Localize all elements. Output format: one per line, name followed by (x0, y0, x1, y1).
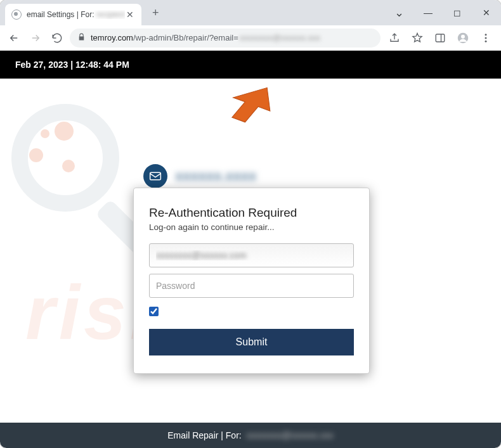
forward-button[interactable] (27, 29, 44, 47)
mail-icon (143, 164, 167, 188)
pointer-arrow-icon (230, 82, 275, 129)
svg-point-5 (485, 40, 487, 42)
window-controls: ⌄ ― ◻ ✕ (384, 0, 501, 25)
address-bar[interactable]: temroy.com/wp-admin/Bb/repair/?email=xxx… (70, 29, 381, 48)
chevron-down-icon[interactable]: ⌄ (384, 6, 413, 20)
svg-point-3 (485, 34, 487, 35)
close-window-button[interactable]: ✕ (472, 8, 501, 18)
tab-title: email Settings | For: recipient (27, 10, 125, 19)
new-tab-button[interactable]: + (146, 4, 164, 22)
svg-rect-0 (436, 34, 445, 42)
card-title: Re-Authentication Required (149, 206, 354, 220)
reload-button[interactable] (48, 29, 66, 47)
remember-checkbox[interactable] (149, 307, 159, 316)
kebab-menu-icon[interactable] (476, 29, 496, 47)
svg-point-2 (461, 34, 465, 38)
back-button[interactable] (5, 29, 23, 47)
svg-rect-6 (150, 172, 161, 180)
side-panel-icon[interactable] (430, 29, 450, 47)
titlebar: email Settings | For: recipient ✕ + ⌄ ― … (0, 0, 501, 25)
password-field[interactable] (149, 274, 354, 298)
browser-chrome: email Settings | For: recipient ✕ + ⌄ ― … (0, 0, 501, 51)
profile-avatar-icon[interactable] (453, 29, 473, 47)
share-icon[interactable] (384, 29, 405, 47)
close-icon[interactable]: ✕ (125, 10, 135, 20)
email-field[interactable] (149, 243, 354, 267)
url-text: temroy.com/wp-admin/Bb/repair/?email=xxx… (91, 33, 320, 42)
svg-point-4 (485, 37, 487, 39)
account-header: xxxxxx.xxxx (143, 164, 256, 188)
auth-card: Re-Authentication Required Log-on again … (133, 188, 370, 374)
globe-icon (11, 10, 22, 20)
maximize-button[interactable]: ◻ (443, 8, 472, 18)
card-subtitle: Log-on again to continue repair... (149, 222, 354, 232)
page-footer: Email Repair | For: xxxxxxxx@xxxxxx.xxx (0, 423, 501, 448)
date-time-bar: Feb 27, 2023 | 12:48: 44 PM (0, 51, 501, 79)
browser-tab[interactable]: email Settings | For: recipient ✕ (5, 4, 141, 25)
account-email-text: xxxxxx.xxxx (175, 168, 256, 184)
page-content: Feb 27, 2023 | 12:48: 44 PM risk.com xxx… (0, 51, 501, 448)
bookmark-star-icon[interactable] (407, 29, 427, 47)
lock-icon (77, 32, 86, 44)
submit-button[interactable]: Submit (149, 329, 354, 355)
minimize-button[interactable]: ― (413, 8, 443, 18)
browser-toolbar: temroy.com/wp-admin/Bb/repair/?email=xxx… (0, 25, 501, 51)
